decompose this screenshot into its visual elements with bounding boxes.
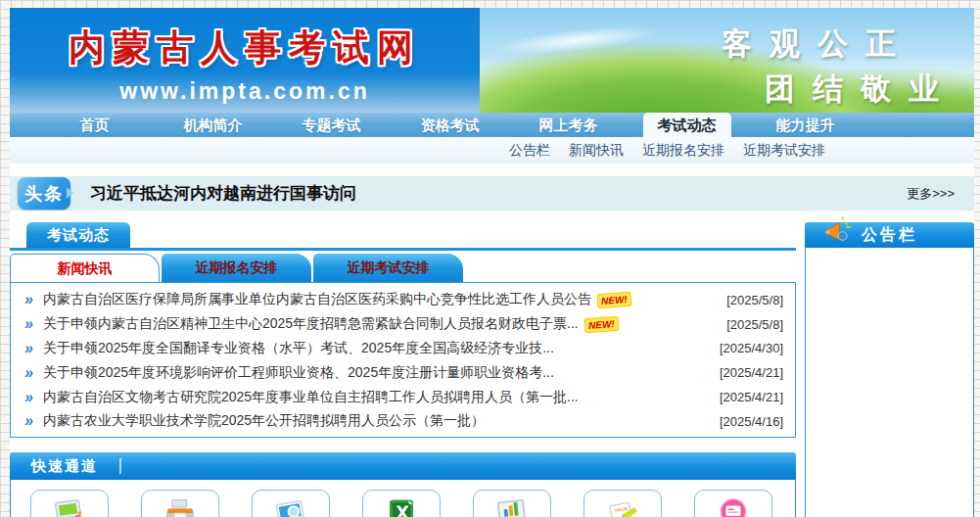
slogan-line2: 团结敬业: [765, 69, 957, 110]
main-nav: 首页 机构简介 专题考试 资格考试 网上考务 考试动态 能力提升: [10, 113, 974, 137]
main-page: 客观公正 团结敬业 内蒙古人事考试网 www.impta.com.cn 首页 机…: [10, 8, 974, 517]
exam-news-tabs: 新闻快讯 近期报名安排 近期考试安排: [10, 254, 796, 282]
news-title-link[interactable]: 关于申领2025年度环境影响评价工程师职业资格、2025年度注册计量师职业资格考…: [43, 364, 554, 382]
right-column: 公告栏: [805, 222, 974, 517]
search-photo-icon: [271, 495, 310, 517]
new-badge: NEW!: [597, 293, 630, 307]
site-header-banner: 客观公正 团结敬业 内蒙古人事考试网 www.impta.com.cn: [10, 8, 974, 113]
site-title: 内蒙古人事考试网: [10, 24, 480, 72]
nav-item-label: 能力提升: [762, 113, 850, 137]
news-title-link[interactable]: 关于申领2025年度全国翻译专业资格（水平）考试、2025年度全国高级经济专业技…: [43, 340, 554, 357]
announcement-title: 公告栏: [862, 225, 917, 246]
e-cert-icon: [714, 495, 753, 517]
news-title-link[interactable]: 内蒙古自治区医疗保障局所属事业单位内蒙古自治区医药采购中心竞争性比选工作人员公告: [43, 291, 591, 308]
subnav-link-新闻快讯[interactable]: 新闻快讯: [569, 142, 624, 160]
nav-item-label: 考试动态: [643, 113, 731, 137]
news-date: [2025/4/21]: [720, 390, 783, 404]
double-chevron-icon: [24, 390, 33, 405]
nav-item-资格考试[interactable]: 资格考试: [391, 113, 509, 137]
headline-title[interactable]: 习近平抵达河内对越南进行国事访问: [90, 182, 356, 205]
site-url: www.impta.com.cn: [10, 78, 480, 105]
announcement-panel: [805, 248, 974, 517]
certificate-icon: [603, 495, 642, 517]
chart-icon: [492, 495, 532, 517]
news-row: 内蒙古农业大学职业技术学院2025年公开招聘拟聘用人员公示（第一批） [2025…: [24, 409, 783, 434]
nav-item-机构简介[interactable]: 机构简介: [154, 113, 272, 137]
news-row: 内蒙古自治区文物考古研究院2025年度事业单位自主招聘工作人员拟聘用人员（第一批…: [24, 385, 783, 409]
news-date: [2025/4/21]: [720, 365, 783, 380]
news-title-link[interactable]: 关于申领内蒙古自治区精神卫生中心2025年度招聘急需紧缺合同制人员报名财政电子票…: [43, 315, 579, 333]
quick-channel-section: 快速通道 网上报名 准考证打印 成绩查询 表格下载 合格标准 证书办理 电子证书: [10, 452, 796, 517]
quick-link-电子证书[interactable]: 电子证书: [694, 490, 772, 517]
double-chevron-icon: [24, 316, 33, 332]
announcement-header: 公告栏: [805, 222, 974, 248]
quick-link-网上报名[interactable]: 网上报名: [30, 490, 109, 517]
news-title-link[interactable]: 内蒙古农业大学职业技术学院2025年公开招聘拟聘用人员公示（第一批）: [43, 412, 485, 430]
news-list-panel: 内蒙古自治区医疗保障局所属事业单位内蒙古自治区医药采购中心竞争性比选工作人员公告…: [10, 282, 796, 438]
excel-icon: [382, 495, 421, 517]
news-tab-近期报名安排[interactable]: 近期报名安排: [162, 254, 311, 282]
nav-item-label: 专题考试: [288, 113, 376, 137]
subnav-link-近期报名安排[interactable]: 近期报名安排: [642, 142, 724, 160]
nav-item-首页[interactable]: 首页: [35, 113, 154, 137]
double-chevron-icon: [24, 413, 33, 429]
megaphone-icon: [820, 216, 856, 248]
quick-link-表格下载[interactable]: 表格下载: [362, 490, 441, 517]
news-row: 关于申领2025年度环境影响评价工程师职业资格、2025年度注册计量师职业资格考…: [24, 360, 783, 385]
headline-more-link[interactable]: 更多>>>: [907, 185, 955, 203]
double-chevron-icon: [24, 365, 33, 381]
left-column: 考试动态 新闻快讯 近期报名安排 近期考试安排 内蒙古自治区医疗保障局所属事业单…: [10, 222, 796, 517]
quick-channel-title: 快速通道: [31, 457, 98, 476]
news-title-link[interactable]: 内蒙古自治区文物考古研究院2025年度事业单位自主招聘工作人员拟聘用人员（第一批…: [43, 389, 579, 406]
news-row: 内蒙古自治区医疗保障局所属事业单位内蒙古自治区医药采购中心竞争性比选工作人员公告…: [24, 288, 783, 312]
quick-link-成绩查询[interactable]: 成绩查询: [252, 490, 330, 517]
news-date: [2025/5/8]: [726, 293, 783, 307]
quick-link-准考证打印[interactable]: 准考证打印: [141, 490, 219, 517]
double-chevron-icon: [24, 292, 33, 307]
slogan-line1: 客观公正: [722, 24, 913, 65]
sub-nav: 公告栏 新闻快讯 近期报名安排 近期考试安排: [10, 137, 974, 164]
main-content: 考试动态 新闻快讯 近期报名安排 近期考试安排 内蒙古自治区医疗保障局所属事业单…: [10, 222, 974, 517]
quick-link-证书办理[interactable]: 证书办理: [583, 490, 662, 517]
nav-item-网上考务[interactable]: 网上考务: [509, 113, 628, 137]
site-logo[interactable]: 内蒙古人事考试网 www.impta.com.cn: [10, 8, 480, 113]
nav-item-label: 机构简介: [169, 113, 257, 137]
subnav-link-近期考试安排[interactable]: 近期考试安排: [743, 142, 825, 160]
nav-item-考试动态[interactable]: 考试动态: [628, 113, 746, 137]
grassland-sky-banner-image: 客观公正 团结敬业: [480, 8, 974, 113]
exam-news-section-header: 考试动态: [10, 222, 796, 251]
nav-item-label: 首页: [66, 113, 124, 137]
news-date: [2025/4/30]: [720, 341, 783, 355]
news-date: [2025/4/16]: [720, 414, 783, 429]
headline-bar: 头条 习近平抵达河内对越南进行国事访问 更多>>>: [10, 176, 974, 211]
news-date: [2025/5/8]: [726, 317, 783, 332]
double-chevron-icon: [24, 341, 33, 356]
headline-badge: 头条: [18, 177, 70, 210]
nav-item-专题考试[interactable]: 专题考试: [272, 113, 391, 137]
header-divider: [119, 458, 121, 474]
printer-icon: [161, 495, 200, 517]
new-badge: NEW!: [584, 317, 617, 332]
quick-links-panel: 网上报名 准考证打印 成绩查询 表格下载 合格标准 证书办理 电子证书: [10, 480, 796, 517]
nav-item-label: 资格考试: [406, 113, 494, 137]
nav-item-能力提升[interactable]: 能力提升: [746, 113, 864, 137]
monitor-icon: [50, 495, 89, 517]
news-tab-新闻快讯[interactable]: 新闻快讯: [10, 254, 160, 282]
news-row: 关于申领内蒙古自治区精神卫生中心2025年度招聘急需紧缺合同制人员报名财政电子票…: [24, 312, 783, 337]
news-row: 关于申领2025年度全国翻译专业资格（水平）考试、2025年度全国高级经济专业技…: [24, 337, 783, 361]
nav-item-label: 网上考务: [525, 113, 613, 137]
quick-link-合格标准[interactable]: 合格标准: [473, 490, 551, 517]
exam-news-section-title: 考试动态: [26, 222, 130, 248]
quick-channel-header: 快速通道: [10, 452, 796, 480]
subnav-link-公告栏[interactable]: 公告栏: [509, 142, 550, 160]
news-tab-近期考试安排[interactable]: 近期考试安排: [313, 254, 463, 282]
